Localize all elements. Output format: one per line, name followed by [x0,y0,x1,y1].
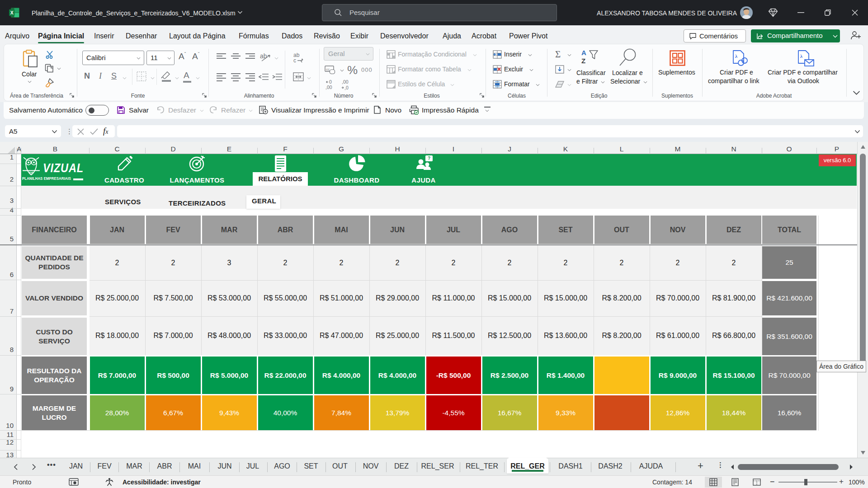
svg-text:c: c [293,57,296,64]
svg-text:ab: ab [260,52,267,60]
svg-text:0: 0 [329,80,332,84]
svg-text:,00: ,00 [342,80,349,84]
svg-text:λ: λ [800,53,803,59]
svg-text:,00: ,00 [326,84,332,90]
svg-text:,0: ,0 [344,85,349,90]
svg-text:cc: cc [326,67,330,71]
svg-text:X: X [10,10,14,15]
svg-text:?: ? [428,156,430,161]
svg-text:λ: λ [735,53,738,59]
svg-text:A: A [581,49,586,56]
svg-text:Z: Z [581,57,585,65]
